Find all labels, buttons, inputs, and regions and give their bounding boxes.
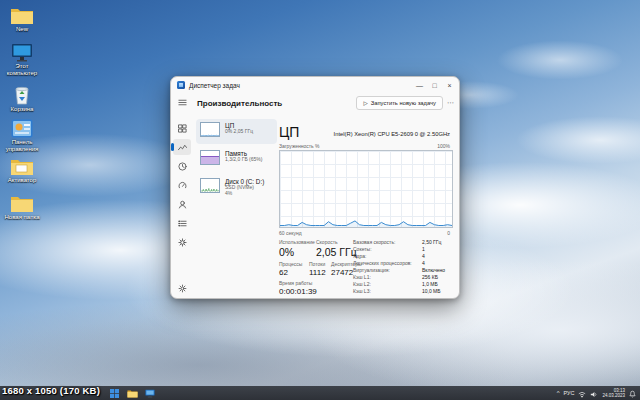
card-subtitle: 1,3/2,0 ГБ (65%)	[225, 157, 262, 163]
cpu-mini-chart	[200, 122, 220, 137]
detail-value: 256 КБ	[422, 274, 438, 280]
detail-value: 4	[422, 260, 425, 266]
language-indicator[interactable]: РУС	[563, 390, 574, 396]
detail-value: 10,0 МБ	[422, 288, 441, 294]
resolution-overlay-text: 1680 x 1050 (170 KB)	[2, 385, 100, 396]
detail-label: Кэш L1:	[353, 274, 422, 280]
cpu-usage-graph	[279, 150, 453, 228]
desktop-icon-new[interactable]: New	[0, 5, 44, 33]
card-subtitle: 0% 2,05 ГГц	[225, 129, 253, 135]
threads-label: Потоки	[309, 261, 325, 267]
page-title: Производительность	[197, 99, 282, 108]
volume-icon[interactable]	[590, 384, 598, 400]
more-options-button[interactable]: ⋯	[445, 96, 456, 110]
folder-icon	[10, 156, 34, 176]
speed-label: Скорость	[316, 239, 338, 245]
perf-card-memory[interactable]: Память 1,3/2,0 ГБ (65%)	[196, 147, 277, 172]
run-task-label: Запустить новую задачу	[371, 100, 436, 106]
display-app-icon[interactable]	[144, 387, 156, 399]
nav-services-icon[interactable]	[173, 234, 191, 250]
detail-row: Логических процессоров: 4	[353, 260, 456, 266]
desktop-icon-label: Активатор	[0, 177, 44, 184]
network-icon[interactable]	[578, 384, 586, 400]
nav-users-icon[interactable]	[173, 196, 191, 212]
detail-label: Кэш L2:	[353, 281, 422, 287]
desktop-icon-control-panel[interactable]: Панель управления	[0, 118, 44, 152]
speed-value: 2,05 ГГц	[316, 246, 357, 258]
desktop-icon-label: Этот компьютер	[0, 63, 44, 76]
run-task-icon: ▷	[363, 100, 367, 106]
nav-performance-icon[interactable]	[173, 139, 191, 155]
minimize-button[interactable]: —	[412, 78, 427, 92]
navigation-rail	[171, 93, 193, 299]
folder-icon	[10, 193, 34, 213]
tray-chevron-icon[interactable]: ^	[557, 390, 560, 396]
tray-date: 24.03.2023	[602, 393, 625, 398]
start-button[interactable]	[108, 387, 120, 399]
detail-label: Сокеты:	[353, 246, 422, 252]
processes-value: 62	[279, 268, 288, 277]
file-explorer-icon[interactable]	[126, 387, 138, 399]
run-new-task-button[interactable]: ▷ Запустить новую задачу	[356, 96, 443, 110]
desktop-icon-new-folder[interactable]: Новая папка	[0, 193, 44, 221]
detail-value: 1	[422, 246, 425, 252]
cpu-section-title: ЦП	[279, 124, 299, 140]
detail-row: Сокеты: 1	[353, 246, 456, 252]
folder-icon	[10, 5, 34, 25]
recycle-bin-icon	[10, 85, 34, 105]
detail-label: Кэш L3:	[353, 288, 422, 294]
perf-card-cpu[interactable]: ЦП 0% 2,05 ГГц	[196, 119, 277, 144]
desktop-icon-activator[interactable]: Активатор	[0, 156, 44, 184]
nav-processes-icon[interactable]	[173, 120, 191, 136]
system-tray: ^ РУС 03:13 24.03.2023	[557, 386, 638, 400]
detail-value: 4	[422, 253, 425, 259]
this-pc-icon	[10, 42, 34, 62]
detail-label: Логических процессоров:	[353, 260, 422, 266]
task-manager-app-icon	[177, 81, 185, 89]
graph-x-axis-label: 60 секунд	[279, 230, 302, 236]
detail-label: Ядра:	[353, 253, 422, 259]
memory-mini-chart	[200, 150, 220, 165]
tray-clock[interactable]: 03:13 24.03.2023	[602, 388, 625, 398]
desktop-icon-this-pc[interactable]: Этот компьютер	[0, 42, 44, 76]
detail-value: 2,50 ГГц	[422, 239, 441, 245]
detail-row: Виртуализация: Включено	[353, 267, 456, 273]
perf-card-disk[interactable]: Диск 0 (C: D:) SSD (NVMe) 4%	[196, 175, 277, 206]
desktop-icon-label: Панель управления	[0, 139, 44, 152]
graph-zero-label: 0	[447, 230, 450, 236]
close-button[interactable]: ×	[442, 78, 457, 92]
detail-label: Базовая скорость:	[353, 239, 422, 245]
desktop-icon-label: Корзина	[0, 106, 44, 113]
uptime-label: Время работы	[279, 280, 312, 286]
cpu-model-name: Intel(R) Xeon(R) CPU E5-2609 0 @ 2.50GHz	[334, 131, 450, 137]
detail-label: Виртуализация:	[353, 267, 422, 273]
desktop-icon-recycle-bin[interactable]: Корзина	[0, 85, 44, 113]
handles-value: 27472	[331, 268, 353, 277]
usage-label: Использование	[279, 239, 315, 245]
disk-mini-chart	[200, 178, 220, 193]
settings-gear-icon[interactable]	[173, 280, 191, 296]
desktop-icon-label: Новая папка	[0, 214, 44, 221]
detail-value: Включено	[422, 267, 445, 273]
control-panel-icon	[10, 118, 34, 138]
usage-value: 0%	[279, 246, 294, 258]
graph-max-label: 100%	[437, 143, 450, 149]
window-title: Диспетчер задач	[189, 82, 240, 89]
menu-hamburger-icon[interactable]	[173, 95, 191, 111]
uptime-value: 0:00:01:39	[279, 287, 317, 296]
processes-label: Процессы	[279, 261, 302, 267]
desktop-icon-label: New	[0, 26, 44, 33]
task-manager-window: Диспетчер задач — □ ×	[170, 76, 460, 299]
maximize-button[interactable]: □	[427, 78, 442, 92]
card-subtitle2: 4%	[225, 191, 264, 197]
desktop: New Этот компьютер Корзина	[0, 0, 640, 400]
threads-value: 1112	[309, 268, 326, 277]
nav-startup-icon[interactable]	[173, 177, 191, 193]
detail-value: 1,0 МБ	[422, 281, 438, 287]
nav-app-history-icon[interactable]	[173, 158, 191, 174]
nav-details-icon[interactable]	[173, 215, 191, 231]
notifications-bell-icon[interactable]	[629, 384, 636, 400]
detail-row: Кэш L2: 1,0 МБ	[353, 281, 456, 287]
detail-row: Базовая скорость: 2,50 ГГц	[353, 239, 456, 245]
detail-row: Ядра: 4	[353, 253, 456, 259]
